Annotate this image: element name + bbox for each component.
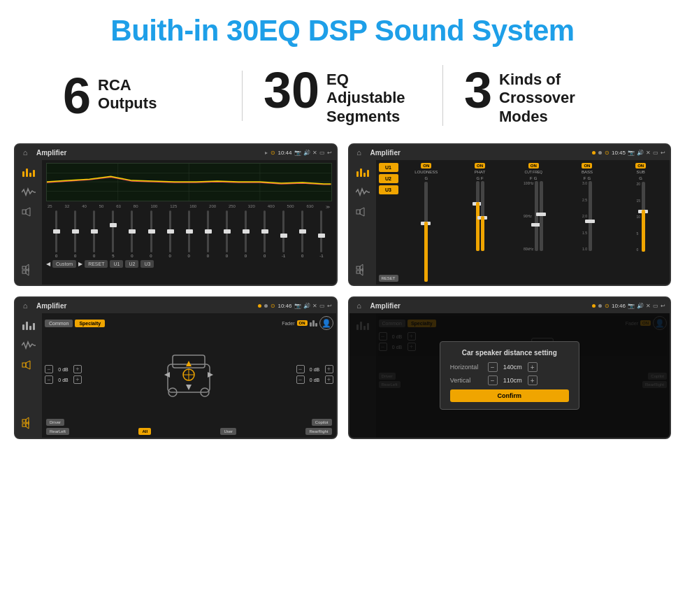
right-minus-2[interactable]: − bbox=[296, 375, 305, 384]
back-icon-4: ↩ bbox=[661, 303, 665, 309]
rearleft-btn[interactable]: RearLeft bbox=[46, 428, 69, 435]
speaker-main-panel: Common Specialty Fader ON 👤 − bbox=[42, 313, 336, 438]
status-dot-3b bbox=[264, 304, 268, 308]
eq-freq-labels: 25 32 40 50 63 80 100 125 160 200 250 32… bbox=[46, 204, 332, 209]
copilot-btn[interactable]: Copilot bbox=[312, 419, 332, 426]
speaker-sidebar-icon[interactable] bbox=[20, 205, 37, 219]
wave-sidebar-icon[interactable] bbox=[20, 185, 37, 199]
window-icon-4: ▭ bbox=[653, 303, 658, 309]
loudness-toggle[interactable]: ON bbox=[421, 163, 431, 169]
eq-slider-630[interactable]: -1 bbox=[312, 210, 330, 258]
eq-slider-32[interactable]: 0 bbox=[66, 210, 84, 258]
close-icon: ✕ bbox=[312, 150, 317, 156]
common-tab[interactable]: Common bbox=[45, 320, 73, 327]
stat-crossover-text: Kinds of Crossover Modes bbox=[499, 65, 622, 126]
eq-slider-63[interactable]: 0 bbox=[123, 210, 140, 258]
wave-sidebar-icon-3[interactable] bbox=[20, 338, 37, 352]
reset-button[interactable]: RESET bbox=[85, 260, 108, 268]
right-plus-1[interactable]: + bbox=[325, 365, 333, 373]
channel-bass: ON BASS FG 3.02.52.01.51.0 bbox=[561, 163, 614, 282]
driver-btn[interactable]: Driver bbox=[46, 419, 64, 426]
screen2-content: U1 U2 U3 RESET ON LOUDNESS G bbox=[349, 160, 670, 285]
left-plus-2[interactable]: + bbox=[73, 375, 82, 384]
specialty-tab[interactable]: Specialty bbox=[75, 320, 105, 327]
rearright-btn[interactable]: RearRight bbox=[305, 428, 331, 435]
close-icon-3: ✕ bbox=[312, 303, 317, 309]
speaker-sidebar-icon-3[interactable] bbox=[20, 358, 37, 372]
right-plus-2[interactable]: + bbox=[325, 375, 333, 384]
u1-preset[interactable]: U1 bbox=[379, 163, 398, 172]
horizontal-plus[interactable]: + bbox=[528, 362, 538, 372]
fader-toggle[interactable]: ON bbox=[297, 320, 308, 326]
eq-slider-100[interactable]: 0 bbox=[161, 210, 179, 258]
home-icon-3[interactable]: ⌂ bbox=[20, 300, 31, 311]
stat-crossover-label1: Kinds of bbox=[499, 71, 622, 89]
eq-slider-400[interactable]: -1 bbox=[275, 210, 292, 258]
screen2-sidebar bbox=[349, 160, 376, 285]
home-icon-4[interactable]: ⌂ bbox=[354, 300, 365, 311]
stat-crossover: 3 Kinds of Crossover Modes bbox=[443, 65, 643, 126]
eq-slider-50[interactable]: 5 bbox=[104, 210, 122, 258]
window-icon: ▭ bbox=[319, 150, 325, 156]
prev-button[interactable]: ◀ bbox=[46, 261, 50, 267]
svg-marker-19 bbox=[26, 361, 30, 369]
location-icon-4: ⊙ bbox=[605, 303, 610, 309]
screen1-content: 25 32 40 50 63 80 100 125 160 200 250 32… bbox=[15, 160, 336, 285]
amp-reset[interactable]: RESET bbox=[379, 275, 398, 282]
u1-button[interactable]: U1 bbox=[110, 260, 123, 268]
screen1-sidebar bbox=[15, 160, 42, 285]
right-minus-1[interactable]: − bbox=[296, 365, 305, 373]
distance-dialog: Car speaker distance setting Horizontal … bbox=[440, 341, 579, 410]
stat-eq-label2: Segments bbox=[326, 108, 421, 126]
next-button[interactable]: ▶ bbox=[78, 261, 82, 267]
eq-slider-200[interactable]: 0 bbox=[218, 210, 236, 258]
horizontal-minus[interactable]: − bbox=[488, 362, 498, 372]
volume-sidebar-icon-3[interactable] bbox=[22, 417, 36, 432]
bass-toggle[interactable]: ON bbox=[582, 163, 592, 169]
wave-sidebar-icon-2[interactable] bbox=[354, 185, 371, 199]
u2-preset[interactable]: U2 bbox=[379, 174, 398, 183]
eq-slider-320[interactable]: 0 bbox=[256, 210, 273, 258]
eq-slider-125[interactable]: 0 bbox=[180, 210, 198, 258]
home-icon-2[interactable]: ⌂ bbox=[354, 147, 365, 158]
volume-sidebar-icon-2[interactable] bbox=[356, 264, 370, 279]
speaker-sidebar-icon-2[interactable] bbox=[354, 205, 371, 219]
status-dot-4b bbox=[598, 304, 602, 308]
eq-slider-250[interactable]: 0 bbox=[237, 210, 254, 258]
eq-slider-80[interactable]: 0 bbox=[142, 210, 159, 258]
u3-preset[interactable]: U3 bbox=[379, 185, 398, 194]
svg-marker-13 bbox=[360, 208, 364, 216]
eq-sidebar-icon[interactable] bbox=[20, 166, 37, 180]
vertical-minus[interactable]: − bbox=[488, 375, 498, 385]
eq-slider-500[interactable]: 0 bbox=[294, 210, 311, 258]
left-plus-1[interactable]: + bbox=[73, 365, 82, 373]
u2-button[interactable]: U2 bbox=[125, 260, 138, 268]
eq-slider-25[interactable]: 0 bbox=[48, 210, 65, 258]
sub-toggle[interactable]: ON bbox=[635, 163, 646, 169]
svg-marker-1 bbox=[26, 208, 30, 216]
cutfreq-toggle[interactable]: ON bbox=[528, 163, 539, 169]
left-minus-2[interactable]: − bbox=[45, 375, 53, 384]
home-icon[interactable]: ⌂ bbox=[20, 147, 31, 158]
eq-sidebar-icon-2[interactable] bbox=[354, 166, 371, 180]
left-minus-1[interactable]: − bbox=[45, 365, 53, 373]
screen-amp: ⌂ Amplifier ⊙ 10:45 📷 🔊 ✕ ▭ ↩ bbox=[348, 143, 672, 286]
user-btn[interactable]: User bbox=[220, 428, 236, 435]
back-icon-2: ↩ bbox=[661, 150, 665, 156]
volume-sidebar-icon[interactable] bbox=[22, 264, 36, 279]
left-db-val-1: 0 dB bbox=[55, 367, 72, 372]
eq-slider-160[interactable]: 0 bbox=[199, 210, 217, 258]
custom-button[interactable]: Custom bbox=[52, 260, 76, 268]
eq-slider-40[interactable]: 0 bbox=[85, 210, 103, 258]
vertical-plus[interactable]: + bbox=[528, 375, 538, 385]
status-dot-2b bbox=[598, 151, 602, 155]
eq-sidebar-icon-3[interactable] bbox=[20, 319, 37, 333]
screen1-title: Amplifier bbox=[36, 149, 262, 157]
phat-toggle[interactable]: ON bbox=[475, 163, 485, 169]
user-icon[interactable]: 👤 bbox=[319, 316, 333, 330]
horizontal-row: Horizontal − 140cm + bbox=[450, 362, 569, 372]
location-icon-2: ⊙ bbox=[605, 150, 610, 156]
all-btn[interactable]: All bbox=[138, 428, 151, 435]
confirm-button[interactable]: Confirm bbox=[450, 389, 569, 402]
u3-button[interactable]: U3 bbox=[140, 260, 154, 268]
